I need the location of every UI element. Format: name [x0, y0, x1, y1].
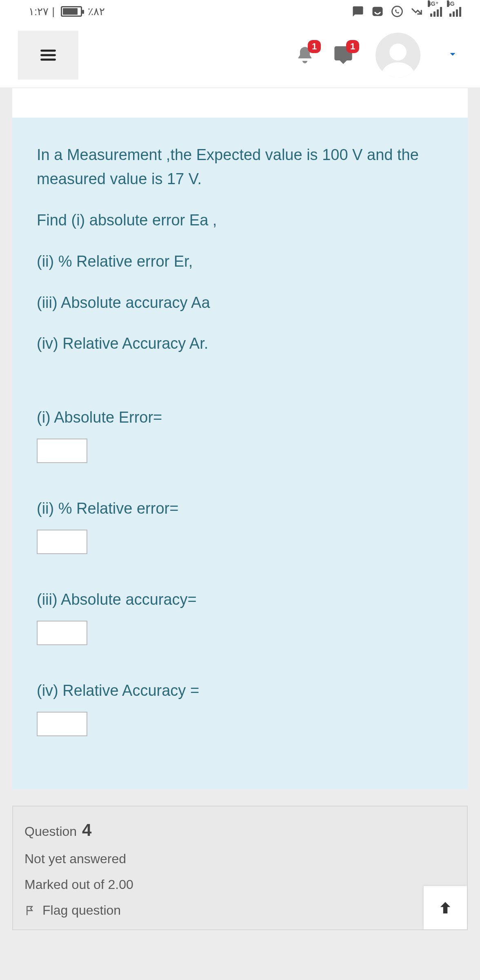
status-right: 4G⁺ 4G: [352, 5, 461, 18]
answer-item-1: (i) Absolute Error=: [37, 409, 443, 463]
question-line: Find (i) absolute error Ea ,: [37, 208, 443, 232]
question-line: (ii) % Relative error Er,: [37, 249, 443, 274]
scroll-to-top-button[interactable]: [424, 886, 467, 929]
answer-input-absolute-error[interactable]: [37, 439, 87, 463]
answer-label: (i) Absolute Error=: [37, 409, 443, 426]
notifications-button[interactable]: 1: [294, 44, 316, 66]
signal-bars-2: 4G: [449, 6, 461, 17]
answer-input-relative-accuracy[interactable]: [37, 712, 87, 736]
svg-rect-0: [373, 7, 383, 16]
answer-label: (iv) Relative Accuracy =: [37, 682, 443, 699]
hamburger-icon: [39, 46, 57, 64]
whatsapp-icon: [391, 5, 403, 18]
answer-item-3: (iii) Absolute accuracy=: [37, 591, 443, 645]
battery-icon: [61, 6, 82, 17]
question-label: Question: [24, 824, 77, 839]
battery-percent: ٪٨٢: [88, 5, 105, 18]
question-line: In a Measurement ,the Expected value is …: [37, 143, 443, 191]
messages-button[interactable]: 1: [332, 44, 354, 66]
answer-label: (iii) Absolute accuracy=: [37, 591, 443, 608]
status-divider: |: [52, 5, 55, 18]
flag-icon: [24, 904, 37, 917]
user-menu-caret[interactable]: [447, 49, 458, 61]
question-marks: Marked out of 2.00: [24, 877, 456, 892]
answer-label: (ii) % Relative error=: [37, 500, 443, 517]
status-time: ١:٢٧: [29, 5, 49, 18]
chat-bubble-icon: [352, 5, 364, 18]
avatar-placeholder-icon: [378, 37, 418, 78]
signal-bars-1: 4G⁺: [430, 6, 442, 17]
question-card: In a Measurement ,the Expected value is …: [12, 88, 468, 789]
flag-question-link[interactable]: Flag question: [24, 903, 456, 918]
user-avatar[interactable]: [376, 33, 420, 78]
caret-down-icon: [447, 49, 458, 60]
arrow-up-icon: [437, 899, 454, 916]
question-number-line: Question 4: [24, 820, 456, 840]
page-body: In a Measurement ,the Expected value is …: [0, 88, 480, 980]
hamburger-menu-button[interactable]: [18, 31, 78, 80]
answer-item-4: (iv) Relative Accuracy =: [37, 682, 443, 736]
question-line: (iii) Absolute accuracy Aa: [37, 291, 443, 315]
huawei-app-icon: [371, 5, 384, 18]
flag-question-label: Flag question: [42, 903, 121, 918]
question-status: Not yet answered: [24, 851, 456, 866]
question-line: (iv) Relative Accuracy Ar.: [37, 332, 443, 356]
status-left: ١:٢٧ | ٪٨٢: [29, 5, 105, 18]
question-number: 4: [82, 820, 91, 840]
question-info-box: Question 4 Not yet answered Marked out o…: [12, 806, 468, 930]
answer-item-2: (ii) % Relative error=: [37, 500, 443, 554]
answer-input-absolute-accuracy[interactable]: [37, 621, 87, 645]
app-header: 1 1: [0, 23, 480, 88]
svg-point-1: [392, 7, 402, 17]
android-status-bar: ١:٢٧ | ٪٨٢ 4G⁺ 4G: [0, 0, 480, 23]
answer-input-relative-error[interactable]: [37, 530, 87, 554]
messages-badge: 1: [346, 40, 359, 53]
notifications-badge: 1: [308, 40, 321, 53]
svg-point-2: [389, 44, 407, 61]
header-icons: 1 1: [294, 33, 458, 78]
missed-call-icon: [411, 5, 423, 18]
question-text-panel: In a Measurement ,the Expected value is …: [12, 118, 468, 789]
answers-block: (i) Absolute Error= (ii) % Relative erro…: [37, 409, 443, 736]
